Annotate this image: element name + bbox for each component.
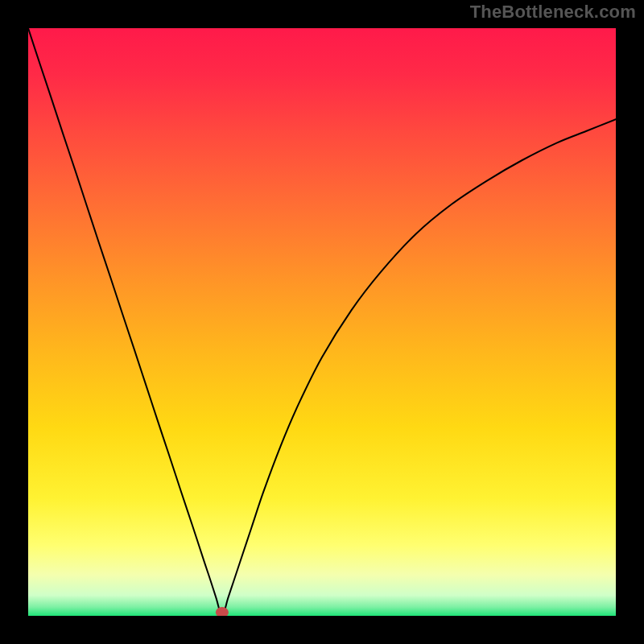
watermark-label: TheBottleneck.com	[470, 2, 636, 23]
chart-frame: TheBottleneck.com	[0, 0, 644, 644]
bottleneck-chart	[28, 28, 616, 616]
chart-background	[28, 28, 616, 616]
